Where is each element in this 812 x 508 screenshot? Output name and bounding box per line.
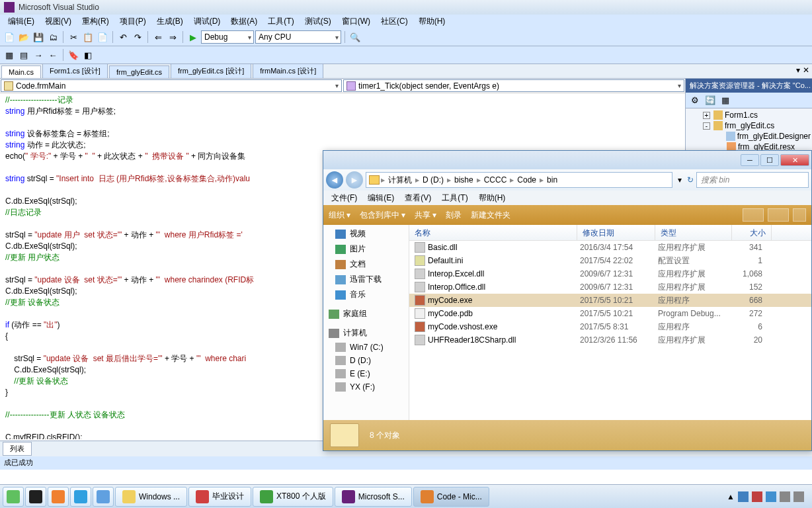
- doc-tab[interactable]: Form1.cs [设计]: [42, 64, 108, 78]
- breadcrumb-segment[interactable]: D (D:): [421, 175, 446, 185]
- sidebar-item[interactable]: 迅雷下载: [323, 272, 409, 287]
- class-dropdown[interactable]: Code.frmMain: [1, 79, 342, 92]
- taskbar-button[interactable]: [93, 487, 114, 507]
- help-button[interactable]: [793, 208, 806, 222]
- doc-tab[interactable]: frmMain.cs [设计]: [253, 64, 323, 78]
- taskbar-button[interactable]: [48, 487, 69, 507]
- comment-icon[interactable]: ▦: [3, 48, 16, 62]
- cut-icon[interactable]: ✂: [67, 30, 80, 44]
- find-icon[interactable]: 🔍: [348, 30, 362, 44]
- save-icon[interactable]: 💾: [32, 30, 45, 44]
- tb-misc-icon[interactable]: ◧: [81, 48, 95, 62]
- sidebar-item[interactable]: Win7 (C:): [323, 341, 409, 354]
- sidebar-item[interactable]: D (D:): [323, 354, 409, 367]
- exp-menu-item[interactable]: 查看(V): [399, 191, 436, 205]
- tray-volume-icon[interactable]: [793, 491, 804, 502]
- taskbar-button[interactable]: XT800 个人版: [253, 487, 333, 507]
- bc-arrow-icon[interactable]: ▶: [510, 177, 514, 183]
- menu-item[interactable]: 窗口(W): [337, 15, 376, 28]
- menu-item[interactable]: 生成(B): [151, 15, 188, 28]
- sidebar-item[interactable]: 图片: [323, 241, 409, 257]
- breadcrumb-segment[interactable]: CCCC: [482, 175, 509, 185]
- col-size[interactable]: 大小: [732, 225, 772, 240]
- sidebar-item[interactable]: 计算机: [323, 325, 409, 341]
- menu-item[interactable]: 视图(V): [40, 15, 77, 28]
- copy-icon[interactable]: 📋: [81, 30, 95, 44]
- breadcrumb-segment[interactable]: 计算机: [386, 175, 414, 186]
- uncomment-icon[interactable]: ▤: [17, 48, 30, 62]
- taskbar-button[interactable]: Windows ...: [115, 487, 187, 507]
- outdent-icon[interactable]: ←: [46, 48, 60, 62]
- sln-refresh-icon[interactable]: 🔄: [704, 94, 717, 107]
- sidebar-item[interactable]: 文档: [323, 257, 409, 272]
- taskbar-button[interactable]: [3, 487, 24, 507]
- file-list[interactable]: 名称 修改日期 类型 大小 Basic.dll2016/3/4 17:54应用程…: [409, 225, 811, 420]
- breadcrumb-segment[interactable]: bin: [545, 175, 559, 185]
- bc-arrow-icon[interactable]: ▶: [447, 177, 451, 183]
- file-row[interactable]: UHFReader18CSharp.dll2012/3/26 11:56应用程序…: [409, 333, 811, 347]
- file-row[interactable]: Basic.dll2016/3/4 17:54应用程序扩展341: [409, 241, 811, 254]
- exp-menu-item[interactable]: 工具(T): [436, 191, 473, 205]
- col-name[interactable]: 名称: [409, 225, 577, 240]
- file-row[interactable]: Interop.Office.dll2009/6/7 12:31应用程序扩展15…: [409, 280, 811, 294]
- breadcrumb-segment[interactable]: Code: [515, 175, 538, 185]
- taskbar-button[interactable]: Microsoft S...: [335, 487, 412, 507]
- sln-tree-item[interactable]: -frm_glyEdit.cs: [687, 120, 811, 131]
- sln-tree[interactable]: +Form1.cs-frm_glyEdit.csfrm_glyEdit.Desi…: [686, 108, 812, 153]
- tab-dropdown-icon[interactable]: ▾: [796, 65, 800, 75]
- sidebar-item[interactable]: E (E:): [323, 367, 409, 380]
- file-row[interactable]: myCode.pdb2017/5/5 10:21Program Debug...…: [409, 307, 811, 320]
- minimize-button[interactable]: ─: [741, 154, 759, 166]
- sln-tree-item[interactable]: +Form1.cs: [687, 110, 811, 120]
- include-lib-button[interactable]: 包含到库中 ▾: [360, 210, 405, 221]
- method-dropdown[interactable]: timer1_Tick(object sender, EventArgs e): [343, 79, 684, 92]
- sidebar-item[interactable]: YX (F:): [323, 380, 409, 394]
- open-icon[interactable]: 📂: [17, 30, 30, 44]
- file-row[interactable]: Interop.Excel.dll2009/6/7 12:31应用程序扩展1,0…: [409, 267, 811, 280]
- tray-icon[interactable]: [752, 491, 762, 502]
- exp-menu-item[interactable]: 帮助(H): [473, 191, 511, 205]
- search-input[interactable]: 搜索 bin: [696, 172, 809, 188]
- explorer-titlebar[interactable]: ─ ☐ ✕: [323, 151, 811, 169]
- menu-item[interactable]: 调试(D): [188, 15, 226, 28]
- sidebar-item[interactable]: 视频: [323, 226, 409, 241]
- menu-item[interactable]: 社区(C): [376, 15, 413, 28]
- breadcrumb-segment[interactable]: bishe: [452, 175, 475, 185]
- taskbar-button[interactable]: [25, 487, 46, 507]
- preview-pane-button[interactable]: [768, 208, 789, 222]
- tab-close-icon[interactable]: ✕: [803, 65, 809, 75]
- sidebar-item[interactable]: 家庭组: [323, 306, 409, 321]
- doc-tab[interactable]: frm_glyEdit.cs: [109, 65, 169, 78]
- taskbar-button[interactable]: [70, 487, 91, 507]
- paste-icon[interactable]: 📄: [96, 30, 109, 44]
- exp-menu-item[interactable]: 编辑(E): [362, 191, 399, 205]
- bc-arrow-icon[interactable]: ▶: [540, 177, 544, 183]
- bc-dropdown-icon[interactable]: ▾: [675, 175, 684, 185]
- menu-item[interactable]: 帮助(H): [413, 15, 451, 28]
- undo-icon[interactable]: ↶: [116, 30, 130, 44]
- view-mode-button[interactable]: [743, 208, 764, 222]
- nav-back-icon[interactable]: ⇐: [151, 30, 165, 44]
- nav-fwd-icon[interactable]: ⇒: [166, 30, 179, 44]
- doc-tab[interactable]: Main.cs: [1, 65, 41, 78]
- sln-props-icon[interactable]: ⚙: [688, 94, 702, 107]
- menu-item[interactable]: 项目(P): [114, 15, 151, 28]
- bookmark-icon[interactable]: 🔖: [67, 48, 80, 62]
- save-all-icon[interactable]: 🗂: [46, 30, 60, 44]
- sln-tree-item[interactable]: frm_glyEdit.Designer: [687, 131, 811, 142]
- organize-button[interactable]: 组织 ▾: [329, 210, 350, 221]
- bc-arrow-icon[interactable]: ▶: [381, 177, 385, 183]
- maximize-button[interactable]: ☐: [760, 154, 779, 166]
- doc-tab[interactable]: frm_glyEdit.cs [设计]: [171, 64, 251, 78]
- tray-arrow-icon[interactable]: ▲: [727, 492, 735, 501]
- file-row[interactable]: myCode.exe2017/5/5 10:21应用程序668: [409, 294, 811, 307]
- indent-icon[interactable]: →: [32, 48, 45, 62]
- start-debug-icon[interactable]: ▶: [186, 30, 200, 44]
- bc-arrow-icon[interactable]: ▶: [477, 177, 481, 183]
- menu-item[interactable]: 重构(R): [77, 15, 114, 28]
- tray-shield-icon[interactable]: [766, 491, 776, 502]
- taskbar-button[interactable]: 毕业设计: [188, 487, 251, 507]
- menu-item[interactable]: 测试(S): [300, 15, 337, 28]
- exp-menu-item[interactable]: 文件(F): [326, 191, 362, 205]
- sidebar-item[interactable]: 音乐: [323, 287, 409, 302]
